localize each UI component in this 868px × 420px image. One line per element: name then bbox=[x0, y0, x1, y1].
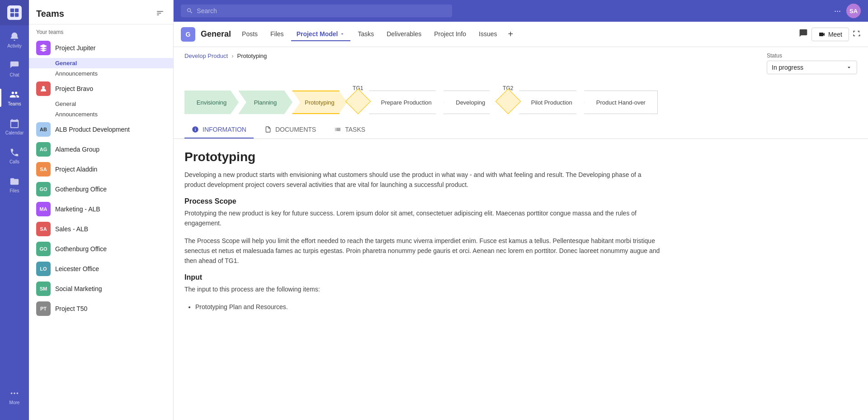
chat-icon[interactable] bbox=[799, 29, 808, 40]
breadcrumb: Develop Product › Prototyping bbox=[184, 52, 267, 59]
channel-item-announcements[interactable]: Announcements bbox=[29, 68, 173, 79]
left-navigation-rail: Activity Chat Teams Calendar Calls Files… bbox=[0, 0, 29, 420]
add-tab-button[interactable]: + bbox=[505, 27, 517, 41]
phase-product-handover[interactable]: Product Hand-over bbox=[584, 91, 658, 114]
channel-item-announcements2[interactable]: Announcements bbox=[29, 109, 173, 119]
expand-icon[interactable] bbox=[853, 29, 861, 39]
main-content: ··· SA G General Posts Files Project Mod… bbox=[174, 0, 868, 420]
rail-item-more[interactable]: More bbox=[0, 382, 29, 411]
svg-rect-3 bbox=[15, 13, 19, 17]
gate-tg1 bbox=[345, 89, 371, 115]
tab-files[interactable]: Files bbox=[265, 28, 289, 41]
phase-prepare-production[interactable]: Prepare Production bbox=[369, 91, 444, 114]
team-item-project-bravo[interactable]: Project Bravo ··· bbox=[29, 79, 173, 99]
breadcrumb-separator: › bbox=[231, 52, 233, 59]
filter-button[interactable] bbox=[154, 7, 166, 20]
rail-item-activity[interactable]: Activity bbox=[0, 25, 29, 54]
tab-project-model[interactable]: Project Model bbox=[291, 28, 351, 41]
phase-prototyping-group: Prototyping bbox=[292, 81, 347, 114]
svg-rect-2 bbox=[10, 13, 14, 17]
team-item-marketing-alb[interactable]: MA Marketing - ALB ··· bbox=[29, 199, 173, 219]
team-avatar-leicester: LO bbox=[36, 262, 51, 276]
team-item-sales-alb[interactable]: SA Sales - ALB ··· bbox=[29, 219, 173, 239]
team-item-leicester-office[interactable]: LO Leicester Office ··· bbox=[29, 259, 173, 279]
team-name-gothenburg-office2: Gothenburg Office bbox=[55, 245, 152, 253]
team-name-leicester-office: Leicester Office bbox=[55, 265, 152, 272]
team-item-gothenburg-office2[interactable]: GO Gothenburg Office ··· bbox=[29, 239, 173, 259]
phase-envisioning[interactable]: Envisioning bbox=[184, 91, 239, 114]
team-avatar-gothenburg1: GO bbox=[36, 182, 51, 196]
team-item-alameda-group[interactable]: AG Alameda Group ··· bbox=[29, 139, 173, 159]
breadcrumb-parent[interactable]: Develop Product bbox=[184, 52, 228, 59]
team-avatar-alb-product: AB bbox=[36, 122, 51, 137]
tab-issues[interactable]: Issues bbox=[473, 28, 502, 41]
info-tab-information[interactable]: INFORMATION bbox=[184, 121, 254, 138]
rail-item-chat[interactable]: Chat bbox=[0, 54, 29, 83]
channel-header: G General Posts Files Project Model Task… bbox=[174, 22, 868, 47]
phase-handover-group: Product Hand-over bbox=[584, 81, 658, 114]
rail-item-calls[interactable]: Calls bbox=[0, 141, 29, 170]
info-tab-documents[interactable]: DOCUMENTS bbox=[257, 121, 323, 138]
app-logo bbox=[0, 0, 29, 25]
info-tab-tasks[interactable]: TASKS bbox=[327, 121, 373, 138]
process-flow: Envisioning Planning Prototyping bbox=[174, 74, 868, 121]
team-name-alameda-group: Alameda Group bbox=[55, 146, 152, 153]
rail-item-files[interactable]: Files bbox=[0, 170, 29, 199]
tab-tasks[interactable]: Tasks bbox=[352, 28, 379, 41]
topbar: ··· SA bbox=[174, 0, 868, 22]
meet-button[interactable]: Meet bbox=[811, 28, 849, 41]
channel-item-general[interactable]: General bbox=[29, 58, 173, 68]
rail-bottom: More bbox=[0, 382, 29, 420]
video-icon bbox=[818, 31, 826, 38]
status-dropdown-icon bbox=[846, 64, 852, 71]
teams-sidebar: Teams Your teams Project Jupiter ··· Gen… bbox=[29, 0, 174, 420]
status-label: Status bbox=[767, 52, 857, 59]
svg-point-7 bbox=[42, 86, 45, 89]
user-avatar[interactable]: SA bbox=[846, 4, 861, 18]
search-input[interactable] bbox=[197, 7, 447, 14]
status-select[interactable]: In progress bbox=[767, 61, 857, 74]
team-item-project-aladdin[interactable]: SA Project Aladdin ··· bbox=[29, 159, 173, 179]
rail-calendar-label: Calendar bbox=[5, 130, 24, 135]
rail-files-label: Files bbox=[9, 188, 19, 193]
rail-item-teams[interactable]: Teams bbox=[0, 83, 29, 112]
tab-posts[interactable]: Posts bbox=[236, 28, 263, 41]
svg-rect-1 bbox=[15, 9, 19, 12]
search-icon bbox=[186, 7, 193, 14]
team-avatar-project-jupiter bbox=[36, 41, 51, 55]
phase-developing[interactable]: Developing bbox=[443, 91, 498, 114]
svg-point-4 bbox=[11, 392, 13, 394]
tasks-icon bbox=[334, 126, 341, 133]
status-value: In progress bbox=[772, 64, 803, 71]
svg-point-5 bbox=[14, 392, 15, 394]
team-item-project-jupiter[interactable]: Project Jupiter ··· bbox=[29, 38, 173, 58]
team-avatar-gothenburg2: GO bbox=[36, 242, 51, 256]
article-title: Prototyping bbox=[184, 150, 660, 164]
team-item-social-marketing[interactable]: SM Social Marketing ··· bbox=[29, 279, 173, 299]
team-avatar-social-marketing: SM bbox=[36, 282, 51, 296]
team-avatar-project-bravo bbox=[36, 81, 51, 96]
status-section: Status In progress bbox=[767, 52, 857, 74]
team-item-alb-product[interactable]: AB ALB Product Development ··· bbox=[29, 119, 173, 139]
chevron-down-icon bbox=[340, 31, 345, 37]
rail-item-calendar[interactable]: Calendar bbox=[0, 112, 29, 141]
team-avatar-marketing-alb: MA bbox=[36, 202, 51, 216]
tab-project-info[interactable]: Project Info bbox=[429, 28, 472, 41]
gate-tg1-group: TG1 bbox=[349, 85, 367, 110]
more-options-icon[interactable]: ··· bbox=[832, 5, 843, 18]
phase-pilot-group: Pilot Production bbox=[519, 81, 584, 114]
channel-item-general2[interactable]: General bbox=[29, 99, 173, 109]
team-item-gothenburg-office1[interactable]: GO Gothenburg Office ··· bbox=[29, 179, 173, 199]
team-name-social-marketing: Social Marketing bbox=[55, 285, 152, 292]
phase-pilot-production[interactable]: Pilot Production bbox=[519, 91, 585, 114]
team-item-project-t50[interactable]: PT Project T50 ··· bbox=[29, 299, 173, 319]
rail-activity-label: Activity bbox=[7, 43, 22, 48]
gate-tg2 bbox=[495, 89, 521, 115]
process-scope-title: Process Scope bbox=[184, 197, 660, 205]
tab-deliverables[interactable]: Deliverables bbox=[381, 28, 427, 41]
process-scope-p1: Prototyping the new product is key for f… bbox=[184, 208, 660, 229]
sidebar-title: Teams bbox=[36, 9, 64, 19]
phase-planning[interactable]: Planning bbox=[238, 91, 292, 114]
channel-header-actions: Meet bbox=[799, 28, 861, 41]
phase-prototyping[interactable]: Prototyping bbox=[292, 91, 347, 114]
